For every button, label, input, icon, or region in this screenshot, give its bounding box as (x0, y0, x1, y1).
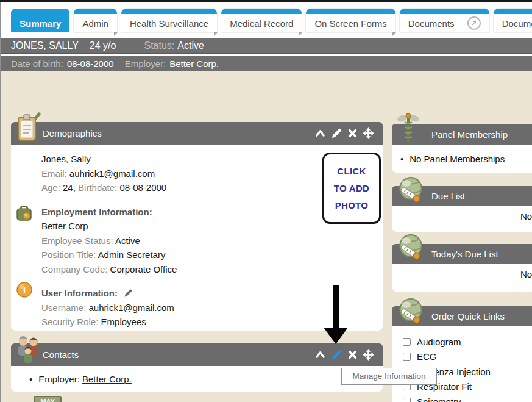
order-item-audiogram: Audiogram (403, 334, 532, 350)
todays-due-list-title: Today's Due List (431, 249, 498, 259)
clipboard-icon (15, 112, 41, 143)
order-item-ecg: ECG (403, 350, 532, 365)
contacts-panel-body: • Employer: Better Corp. (11, 366, 383, 392)
move-icon[interactable] (363, 349, 374, 361)
svg-text:i: i (23, 285, 26, 295)
employee-status-value: Active (115, 235, 140, 246)
order-item-label: Spirometry (417, 397, 461, 402)
app-window: Summary Admin Health Surveillance Medica… (0, 0, 532, 402)
company-code-label: Company Code: (41, 264, 107, 275)
order-item-spirometry: Spirometry (403, 394, 532, 402)
collapse-chevron-icon[interactable] (315, 350, 325, 359)
collapse-chevron-icon[interactable] (315, 129, 325, 138)
position-title-label: Position Title: (41, 249, 96, 260)
audiogram-checkbox[interactable] (403, 338, 411, 346)
spirometry-checkbox[interactable] (403, 398, 411, 402)
todays-due-list-thermometer-icon (396, 233, 425, 262)
position-title-value: Admin Secretary (98, 249, 166, 260)
info-icon: i (16, 282, 32, 298)
tab-health-surveillance[interactable]: Health Surveillance (121, 9, 217, 32)
security-role-value: Employees (101, 317, 146, 327)
patient-name: JONES, SALLY (11, 40, 79, 51)
patient-banner-secondary: Date of birth: 08-08-2000 Employer: Bett… (1, 56, 532, 71)
birthdate-label: Birthdate: (78, 182, 117, 193)
age-value: 24, (63, 182, 76, 193)
ecg-checkbox[interactable] (403, 353, 411, 361)
todays-due-list-body (392, 264, 532, 292)
documents-external-button[interactable]: ↗ (461, 16, 481, 30)
order-quick-links-thermometer-icon (396, 297, 425, 326)
birthdate-value: 08-08-2000 (119, 182, 166, 193)
manage-information-tooltip: Manage Information (341, 368, 437, 385)
tab-admin[interactable]: Admin (74, 9, 117, 32)
email-label: Email: (41, 168, 67, 179)
main-tab-bar: Summary Admin Health Surveillance Medica… (1, 2, 532, 38)
panel-membership-empty-text: No Panel Memberships (410, 154, 505, 164)
dob-label: Date of birth: (11, 59, 63, 69)
username-label: Username: (41, 303, 86, 313)
tab-medical-record[interactable]: Medical Record (221, 9, 302, 32)
contact-employer-label: Employer: (38, 374, 80, 384)
email-value: auhrick1@gmail.com (69, 168, 155, 179)
due-list-thermometer-icon (396, 176, 425, 205)
briefcase-icon (16, 205, 32, 221)
caduceus-icon (397, 112, 419, 144)
order-item-label: ECG (417, 351, 437, 362)
todays-due-list-clipped-text: No (520, 269, 532, 279)
order-quick-links-title: Order Quick Links (431, 311, 505, 321)
panel-membership-body: • No Panel Memberships (392, 145, 532, 173)
close-icon[interactable] (348, 350, 357, 359)
due-list-clipped-text: No (520, 211, 532, 221)
contacts-family-icon (15, 335, 41, 364)
order-quick-links-body: Audiogram ECG Influenza Injection Respir… (392, 326, 532, 402)
demographics-panel-actions (315, 122, 374, 145)
tab-documents[interactable]: Documents ↗ (400, 9, 489, 32)
status-label: Status: (144, 40, 174, 51)
employer-value: Better Corp. (169, 59, 219, 69)
contact-employer-link[interactable]: Better Corp. (82, 374, 132, 384)
patient-age: 24 y/o (90, 40, 116, 51)
tab-summary[interactable]: Summary (11, 9, 69, 32)
due-list-title: Due List (431, 191, 465, 201)
contacts-panel-title: Contacts (43, 350, 79, 360)
tab-on-screen-forms[interactable]: On Screen Forms (306, 9, 395, 32)
edit-pencil-icon-hovered[interactable] (331, 349, 342, 361)
age-label: Age: (41, 182, 60, 193)
status-value: Active (177, 40, 204, 51)
username-value: auhrick1@gmail.com (89, 303, 174, 313)
photo-line-1: CLICK (337, 166, 366, 176)
security-role-label: Security Role: (41, 317, 98, 327)
patient-name-link[interactable]: Jones, Sally (41, 154, 91, 164)
tab-documents-dv[interactable]: Documents-DV ↗ (494, 9, 532, 32)
user-information-heading: User Information: (41, 288, 118, 298)
external-link-icon: ↗ (467, 16, 481, 30)
photo-line-2: TO ADD (334, 183, 369, 193)
employer-name: Better Corp (41, 221, 88, 231)
move-icon[interactable] (363, 127, 374, 139)
employer-label: Employer: (125, 59, 166, 69)
annotation-arrow-head (324, 328, 348, 344)
order-item-label: Audiogram (417, 337, 461, 347)
list-bullet: • (400, 154, 403, 164)
panel-membership-title: Panel Membership (431, 129, 508, 140)
patient-banner-primary: JONES, SALLY 24 y/o Status: Active (1, 38, 532, 54)
contacts-panel-actions (315, 343, 374, 366)
edit-user-pencil-icon[interactable] (124, 289, 133, 298)
calendar-month-badge: MAY (34, 396, 62, 402)
demographics-panel-header[interactable]: Demographics (11, 122, 383, 145)
edit-pencil-icon[interactable] (331, 127, 342, 139)
contacts-panel-header[interactable]: Contacts (11, 343, 383, 366)
photo-line-3: PHOTO (335, 200, 369, 210)
dob-value: 08-08-2000 (67, 59, 114, 69)
add-photo-button[interactable]: CLICK TO ADD PHOTO (322, 153, 381, 224)
close-icon[interactable] (348, 129, 357, 138)
company-code-value: Corporate Office (110, 264, 177, 275)
annotation-arrow-shaft (333, 285, 339, 328)
demographics-panel-title: Demographics (43, 128, 102, 138)
employee-status-label: Employee Status: (41, 235, 113, 246)
list-bullet: • (29, 374, 32, 384)
employment-heading: Employment Information: (41, 207, 152, 217)
due-list-body (392, 206, 532, 232)
